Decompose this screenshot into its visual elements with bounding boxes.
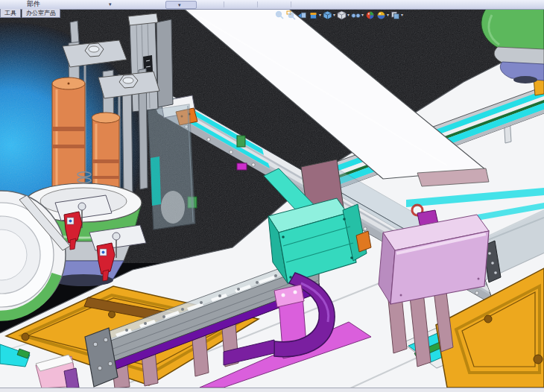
commandmanager-tabs: 工具 办公室产品 bbox=[0, 9, 61, 17]
dropdown-caret-icon[interactable]: ▾ bbox=[347, 10, 350, 20]
ribbon-separator bbox=[291, 1, 291, 7]
ribbon-group-label: 部件 bbox=[27, 0, 40, 8]
ribbon-strip: 部件 ▾ ▾ bbox=[0, 0, 544, 10]
edit-appearance-icon[interactable] bbox=[364, 10, 376, 20]
ribbon-dropdown-caret[interactable]: ▾ bbox=[178, 1, 181, 9]
view-settings-icon[interactable] bbox=[390, 10, 401, 20]
apply-scene-icon[interactable] bbox=[376, 10, 387, 20]
dropdown-caret-icon[interactable]: ▾ bbox=[387, 10, 389, 20]
cad-window: 部件 ▾ ▾ 工具 办公室产品 ▾ ▾ ▾ ▾ ▾ ▾ bbox=[0, 0, 544, 392]
zoom-to-fit-icon[interactable] bbox=[274, 10, 285, 20]
display-style-icon[interactable] bbox=[336, 10, 347, 20]
section-view-icon[interactable] bbox=[308, 10, 319, 20]
ribbon-pressed-button[interactable]: ▾ bbox=[165, 1, 197, 9]
zoom-to-area-icon[interactable] bbox=[285, 10, 297, 20]
ribbon-dropdown-caret[interactable]: ▾ bbox=[109, 0, 112, 8]
heads-up-view-toolbar: ▾ ▾ ▾ ▾ ▾ ▾ bbox=[274, 9, 404, 21]
3d-viewport[interactable] bbox=[0, 0, 544, 392]
status-bar-strip bbox=[0, 388, 544, 392]
dropdown-caret-icon[interactable]: ▾ bbox=[361, 10, 364, 20]
tab-office-products[interactable]: 办公室产品 bbox=[22, 9, 60, 18]
view-orientation-icon[interactable] bbox=[322, 10, 333, 20]
tab-tools[interactable]: 工具 bbox=[0, 9, 21, 18]
previous-view-icon[interactable] bbox=[297, 10, 308, 20]
dropdown-caret-icon[interactable]: ▾ bbox=[401, 10, 403, 20]
hide-show-items-icon[interactable] bbox=[350, 10, 361, 20]
dropdown-caret-icon[interactable]: ▾ bbox=[333, 10, 335, 20]
ribbon-separator bbox=[257, 1, 258, 7]
dropdown-caret-icon[interactable]: ▾ bbox=[319, 10, 321, 20]
ribbon-separator bbox=[224, 1, 224, 7]
